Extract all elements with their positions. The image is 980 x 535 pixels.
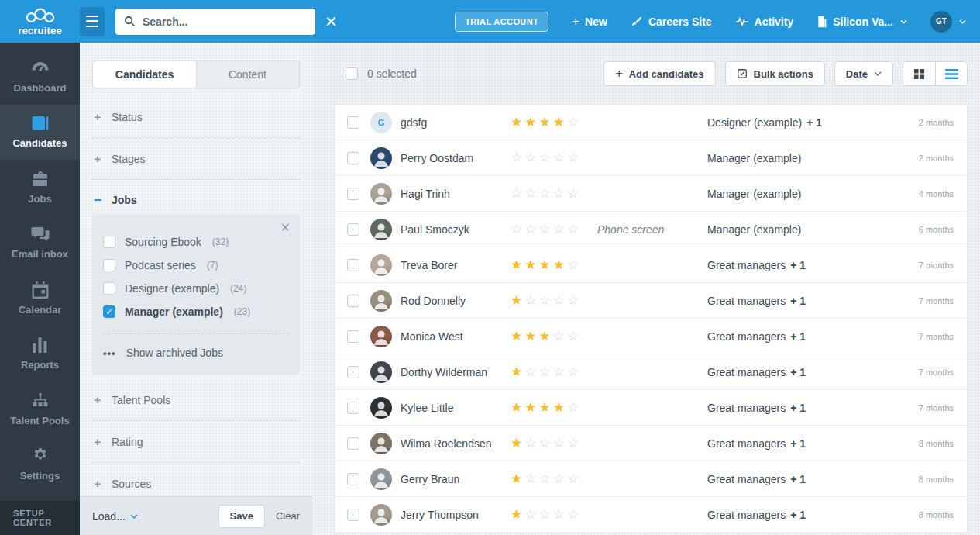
star-empty-icon[interactable]: ☆ [539, 436, 553, 450]
star-empty-icon[interactable]: ☆ [567, 150, 581, 165]
row-checkbox[interactable] [347, 473, 359, 485]
job-option-manager[interactable]: Manager (example) (23) [103, 301, 289, 323]
sidebar-item-jobs[interactable]: Jobs [0, 160, 80, 216]
show-archived-jobs-link[interactable]: ••• Show archived Jobs [103, 334, 289, 362]
star-empty-icon[interactable]: ☆ [553, 507, 567, 522]
row-checkbox[interactable] [347, 223, 359, 236]
candidate-row[interactable]: G gdsfg ★★★★☆ Designer (example)+ 1 2 mo… [335, 105, 967, 140]
star-empty-icon[interactable]: ☆ [567, 186, 581, 201]
star-empty-icon[interactable]: ☆ [567, 507, 581, 522]
star-empty-icon[interactable]: ☆ [553, 471, 567, 486]
row-checkbox[interactable] [347, 188, 359, 200]
star-empty-icon[interactable]: ☆ [567, 115, 581, 129]
star-empty-icon[interactable]: ☆ [539, 471, 553, 486]
checkbox[interactable] [103, 259, 115, 271]
rating-stars[interactable]: ★★★★☆ [511, 399, 597, 416]
row-checkbox[interactable] [347, 437, 359, 450]
rating-stars[interactable]: ★★★★☆ [511, 257, 597, 273]
star-empty-icon[interactable]: ☆ [553, 329, 567, 343]
rating-stars[interactable]: ☆☆☆☆☆ [511, 185, 597, 202]
checkbox[interactable] [103, 236, 115, 248]
candidate-row[interactable]: Hagi Trinh ☆☆☆☆☆ Manager (example) 4 mon… [335, 176, 967, 212]
company-switcher[interactable]: Silicon Va... [817, 16, 907, 28]
load-filters-button[interactable]: Load... [92, 510, 138, 523]
sidebar-item-dashboard[interactable]: Dashboard [0, 49, 80, 105]
star-empty-icon[interactable]: ☆ [524, 222, 538, 236]
rating-stars[interactable]: ★☆☆☆☆ [511, 506, 597, 523]
star-filled-icon[interactable]: ★ [524, 329, 538, 343]
star-empty-icon[interactable]: ☆ [567, 400, 581, 415]
star-filled-icon[interactable]: ★ [553, 115, 567, 129]
rating-stars[interactable]: ☆☆☆☆☆ [511, 150, 597, 166]
star-empty-icon[interactable]: ☆ [567, 329, 581, 343]
row-checkbox[interactable] [347, 295, 359, 307]
star-empty-icon[interactable]: ☆ [553, 150, 567, 165]
star-empty-icon[interactable]: ☆ [524, 293, 538, 308]
job-option-designer[interactable]: Designer (example) (24) [103, 278, 289, 299]
star-filled-icon[interactable]: ★ [511, 293, 524, 308]
close-icon[interactable]: ✕ [280, 222, 291, 234]
date-sort-dropdown[interactable]: Date [834, 61, 893, 86]
select-all-checkbox[interactable] [346, 67, 358, 80]
star-filled-icon[interactable]: ★ [539, 115, 553, 129]
tab-candidates[interactable]: Candidates [93, 61, 196, 88]
star-empty-icon[interactable]: ☆ [567, 364, 581, 379]
star-empty-icon[interactable]: ☆ [524, 507, 538, 522]
save-button[interactable]: Save [218, 505, 265, 528]
star-filled-icon[interactable]: ★ [539, 329, 553, 343]
star-empty-icon[interactable]: ☆ [539, 507, 553, 522]
rating-stars[interactable]: ★★★☆☆ [511, 328, 597, 344]
star-empty-icon[interactable]: ☆ [553, 364, 567, 379]
close-search-icon[interactable]: ✕ [325, 14, 338, 29]
careers-site-button[interactable]: Careers Site [631, 16, 712, 28]
star-empty-icon[interactable]: ☆ [511, 222, 524, 236]
search-input[interactable] [143, 16, 308, 28]
job-option-podcast-series[interactable]: Podcast series (7) [103, 254, 289, 276]
activity-button[interactable]: Activity [735, 16, 794, 28]
star-filled-icon[interactable]: ★ [511, 115, 524, 129]
row-checkbox[interactable] [347, 402, 359, 414]
star-filled-icon[interactable]: ★ [511, 329, 524, 343]
filter-section-status[interactable]: + Status [92, 96, 300, 137]
tab-content[interactable]: Content [196, 61, 299, 88]
star-empty-icon[interactable]: ☆ [567, 257, 581, 272]
row-checkbox[interactable] [347, 330, 359, 343]
rating-stars[interactable]: ★☆☆☆☆ [511, 364, 597, 380]
recruitee-logo[interactable]: recruitee [0, 7, 80, 36]
star-filled-icon[interactable]: ★ [524, 257, 538, 272]
star-empty-icon[interactable]: ☆ [539, 186, 553, 201]
star-filled-icon[interactable]: ★ [539, 257, 553, 272]
star-empty-icon[interactable]: ☆ [539, 293, 553, 308]
candidate-row[interactable]: Kylee Little ★★★★☆ Great managers+ 1 7 m… [335, 390, 967, 426]
new-button[interactable]: + New [572, 15, 607, 28]
star-empty-icon[interactable]: ☆ [567, 471, 581, 486]
candidate-row[interactable]: Monica West ★★★☆☆ Great managers+ 1 7 mo… [335, 319, 967, 354]
star-empty-icon[interactable]: ☆ [524, 150, 538, 165]
rating-stars[interactable]: ★☆☆☆☆ [511, 292, 597, 309]
list-view-button[interactable] [935, 62, 967, 85]
sidebar-item-talent-pools[interactable]: Talent Pools [0, 381, 80, 437]
star-empty-icon[interactable]: ☆ [524, 436, 538, 450]
star-empty-icon[interactable]: ☆ [524, 471, 538, 486]
rating-stars[interactable]: ★☆☆☆☆ [511, 435, 597, 451]
candidate-row[interactable]: Wilma Roelendsen ★☆☆☆☆ Great managers+ 1… [335, 426, 967, 461]
grid-view-button[interactable] [903, 62, 935, 85]
sidebar-item-calendar[interactable]: Calendar [0, 271, 80, 326]
star-empty-icon[interactable]: ☆ [553, 222, 567, 236]
star-empty-icon[interactable]: ☆ [567, 293, 581, 308]
sidebar-item-settings[interactable]: Settings [0, 437, 80, 493]
candidate-row[interactable]: Rod Donnelly ★☆☆☆☆ Great managers+ 1 7 m… [335, 283, 967, 319]
rating-stars[interactable]: ☆☆☆☆☆ [511, 221, 597, 237]
star-filled-icon[interactable]: ★ [553, 257, 567, 272]
star-empty-icon[interactable]: ☆ [539, 222, 553, 236]
star-empty-icon[interactable]: ☆ [553, 186, 567, 201]
star-empty-icon[interactable]: ☆ [524, 186, 538, 201]
star-empty-icon[interactable]: ☆ [524, 364, 538, 379]
star-filled-icon[interactable]: ★ [511, 471, 524, 486]
candidate-row[interactable]: Paul Smoczyk ☆☆☆☆☆ Phone screen Manager … [335, 212, 967, 247]
filter-section-stages[interactable]: + Stages [92, 137, 300, 179]
checkbox[interactable] [103, 282, 115, 295]
star-filled-icon[interactable]: ★ [539, 400, 553, 415]
star-filled-icon[interactable]: ★ [511, 507, 524, 522]
filter-section-rating[interactable]: + Rating [92, 420, 300, 462]
